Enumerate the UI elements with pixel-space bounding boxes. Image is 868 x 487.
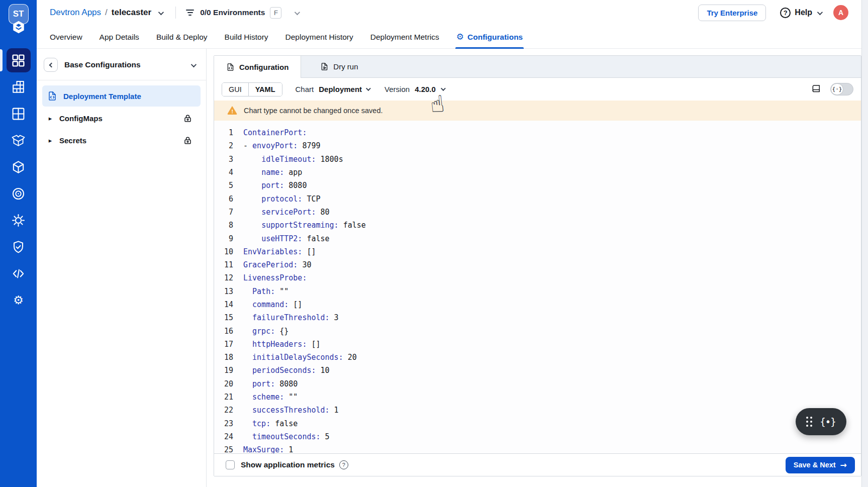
editor-line[interactable]: 14 command: [] bbox=[214, 298, 861, 311]
line-number: 20 bbox=[214, 379, 243, 388]
sidebar-item-cube-icon[interactable] bbox=[7, 155, 31, 179]
user-avatar[interactable]: A bbox=[833, 5, 848, 20]
mode-button-gui[interactable]: GUI bbox=[222, 83, 248, 96]
line-number: 24 bbox=[214, 432, 243, 441]
environment-count-label[interactable]: 0/0 Environments bbox=[200, 8, 265, 17]
config-item-list: Deployment Template▸ConfigMaps▸Secrets bbox=[37, 85, 206, 151]
help-menu[interactable]: ? Help bbox=[780, 8, 821, 18]
line-content: servicePort: 80 bbox=[243, 208, 330, 217]
sidebar-nav: ⚙ bbox=[0, 48, 37, 312]
editor-line[interactable]: 2- envoyPort: 8799 bbox=[214, 139, 861, 152]
devtron-hexagon-icon bbox=[12, 20, 26, 34]
chart-type-dropdown[interactable]: Deployment bbox=[319, 85, 369, 93]
line-number: 25 bbox=[214, 445, 243, 454]
editor-line[interactable]: 6 protocol: TCP bbox=[214, 192, 861, 205]
header-top-row: Devtron Apps / telecaster 0/0 Environmen… bbox=[37, 0, 861, 25]
line-content: name: app bbox=[243, 168, 302, 177]
editor-line[interactable]: 1ContainerPort: bbox=[214, 126, 861, 139]
sidebar-item-window-icon[interactable] bbox=[7, 102, 31, 126]
caret-right-icon[interactable]: ▸ bbox=[46, 137, 54, 144]
app-switcher-chevron-icon[interactable] bbox=[158, 8, 162, 18]
nav-tab-app-details[interactable]: App Details bbox=[100, 25, 139, 49]
breadcrumb-separator: / bbox=[105, 8, 108, 18]
panel-collapse-chevron-icon[interactable] bbox=[191, 60, 195, 69]
line-number: 11 bbox=[214, 260, 243, 269]
environment-chevron-icon[interactable] bbox=[295, 8, 299, 17]
nav-tab-deployment-metrics[interactable]: Deployment Metrics bbox=[370, 25, 439, 49]
line-number: 19 bbox=[214, 366, 243, 375]
editor-line[interactable]: 11GracePeriod: 30 bbox=[214, 258, 861, 271]
line-number: 18 bbox=[214, 353, 243, 362]
nav-tab-overview[interactable]: Overview bbox=[50, 25, 82, 49]
line-number: 3 bbox=[214, 155, 243, 164]
editor-toolbar: GUIYAML Chart Deployment Version 4.20.0 … bbox=[214, 78, 861, 101]
nav-tab-configurations[interactable]: ⚙Configurations bbox=[456, 25, 523, 49]
config-item-configmaps[interactable]: ▸ConfigMaps bbox=[42, 108, 201, 129]
yaml-editor[interactable]: 1ContainerPort:2- envoyPort: 87993 idleT… bbox=[214, 121, 861, 454]
active-rail-indicator bbox=[0, 49, 3, 71]
try-enterprise-button[interactable]: Try Enterprise bbox=[698, 5, 766, 21]
nav-tab-build-history[interactable]: Build History bbox=[225, 25, 268, 49]
config-item-deployment-template[interactable]: Deployment Template bbox=[42, 85, 201, 107]
sidebar-item-code-icon[interactable] bbox=[7, 261, 31, 285]
editor-line[interactable]: 12LivenessProbe: bbox=[214, 271, 861, 284]
page-scrollbar[interactable] bbox=[861, 0, 868, 487]
editor-line[interactable]: 23 tcp: false bbox=[214, 417, 861, 430]
editor-line[interactable]: 15 failureThreshold: 3 bbox=[214, 311, 861, 324]
sidebar-item-helm-wheel-icon[interactable] bbox=[7, 208, 31, 232]
editor-line[interactable]: 9 useHTTP2: false bbox=[214, 232, 861, 245]
line-content: port: 8080 bbox=[243, 379, 298, 388]
editor-line[interactable]: 18 initialDelaySeconds: 20 bbox=[214, 351, 861, 364]
mode-button-yaml[interactable]: YAML bbox=[248, 83, 282, 96]
editor-line[interactable]: 19 periodSeconds: 10 bbox=[214, 364, 861, 377]
editor-line[interactable]: 13 Path: "" bbox=[214, 285, 861, 298]
caret-right-icon[interactable]: ▸ bbox=[46, 115, 54, 122]
environment-shortcut-badge: F bbox=[270, 7, 281, 19]
readme-book-icon[interactable] bbox=[811, 84, 821, 94]
editor-line[interactable]: 25MaxSurge: 1 bbox=[214, 443, 861, 454]
workspace-tab-dry-run[interactable]: Dry run bbox=[308, 56, 370, 77]
nav-tab-build-deploy[interactable]: Build & Deploy bbox=[156, 25, 208, 49]
sidebar-item-shield-check-icon[interactable] bbox=[7, 235, 31, 259]
editor-line[interactable]: 16 grpc: {} bbox=[214, 324, 861, 337]
sidebar-item-building-icon[interactable] bbox=[7, 75, 31, 99]
nav-tab-label: Build & Deploy bbox=[156, 33, 208, 42]
sidebar-item-gear-icon[interactable]: ⚙ bbox=[7, 288, 31, 312]
editor-line[interactable]: 24 timeoutSeconds: 5 bbox=[214, 430, 861, 443]
environment-filter-icon[interactable] bbox=[186, 10, 194, 16]
editor-line[interactable]: 10EnvVariables: [] bbox=[214, 245, 861, 258]
lock-icon bbox=[183, 114, 192, 123]
metrics-help-icon[interactable]: ? bbox=[339, 460, 348, 469]
sidebar-item-target-icon[interactable] bbox=[7, 181, 31, 206]
file-code-icon bbox=[47, 91, 57, 101]
show-metrics-checkbox[interactable] bbox=[226, 460, 235, 469]
compare-values-toggle[interactable]: {·} bbox=[830, 83, 853, 95]
chart-version-dropdown[interactable]: 4.20.0 bbox=[415, 85, 444, 93]
config-item-secrets[interactable]: ▸Secrets bbox=[42, 130, 201, 151]
back-button[interactable] bbox=[44, 58, 58, 72]
breadcrumb-devtron-apps[interactable]: Devtron Apps bbox=[50, 8, 101, 18]
configuration-card: ConfigurationDry run GUIYAML Chart Deplo… bbox=[214, 55, 861, 476]
editor-line[interactable]: 21 scheme: "" bbox=[214, 391, 861, 404]
editor-line[interactable]: 3 idleTimeout: 1800s bbox=[214, 153, 861, 166]
editor-line[interactable]: 7 servicePort: 80 bbox=[214, 206, 861, 219]
line-content: GracePeriod: 30 bbox=[243, 260, 311, 269]
help-label: Help bbox=[795, 8, 812, 17]
devtron-logo[interactable]: ST bbox=[8, 4, 30, 35]
save-next-button[interactable]: Save & Next → bbox=[786, 457, 855, 473]
editor-line[interactable]: 4 name: app bbox=[214, 166, 861, 179]
editor-line[interactable]: 17 httpHeaders: [] bbox=[214, 338, 861, 351]
editor-line[interactable]: 8 supportStreaming: false bbox=[214, 219, 861, 232]
sidebar-item-grid-icon[interactable] bbox=[7, 48, 31, 72]
floating-code-widget[interactable]: {•} bbox=[796, 408, 846, 435]
sidebar-item-open-box-icon[interactable] bbox=[7, 128, 31, 152]
drag-dots-icon[interactable] bbox=[806, 417, 812, 427]
nav-tab-deployment-history[interactable]: Deployment History bbox=[285, 25, 353, 49]
editor-line[interactable]: 20 port: 8080 bbox=[214, 377, 861, 391]
line-content: httpHeaders: [] bbox=[243, 340, 321, 349]
editor-line[interactable]: 5 port: 8080 bbox=[214, 179, 861, 192]
workspace-tab-configuration[interactable]: Configuration bbox=[214, 56, 301, 78]
line-content: periodSeconds: 10 bbox=[243, 366, 330, 375]
code-braces-icon[interactable]: {•} bbox=[820, 416, 835, 427]
editor-line[interactable]: 22 successThreshold: 1 bbox=[214, 404, 861, 417]
